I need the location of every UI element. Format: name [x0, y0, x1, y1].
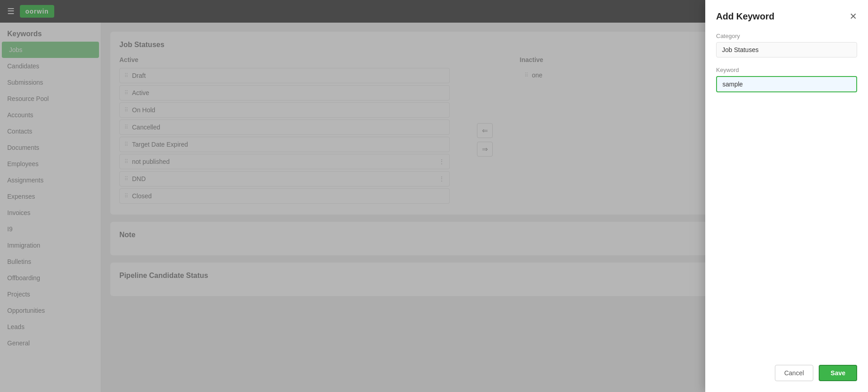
keyword-field: Keyword [716, 67, 857, 92]
keyword-label: Keyword [716, 67, 857, 73]
modal-title: Add Keyword [716, 11, 774, 22]
modal-footer: Cancel Save [716, 365, 857, 381]
save-button[interactable]: Save [819, 365, 857, 381]
modal-header: Add Keyword ✕ [716, 11, 857, 22]
category-field: Category Job Statuses [716, 33, 857, 57]
close-button[interactable]: ✕ [849, 11, 857, 22]
keyword-input[interactable] [716, 76, 857, 92]
cancel-button[interactable]: Cancel [775, 365, 814, 381]
category-label: Category [716, 33, 857, 39]
category-value: Job Statuses [716, 42, 857, 57]
add-keyword-modal: Add Keyword ✕ Category Job Statuses Keyw… [705, 0, 868, 392]
